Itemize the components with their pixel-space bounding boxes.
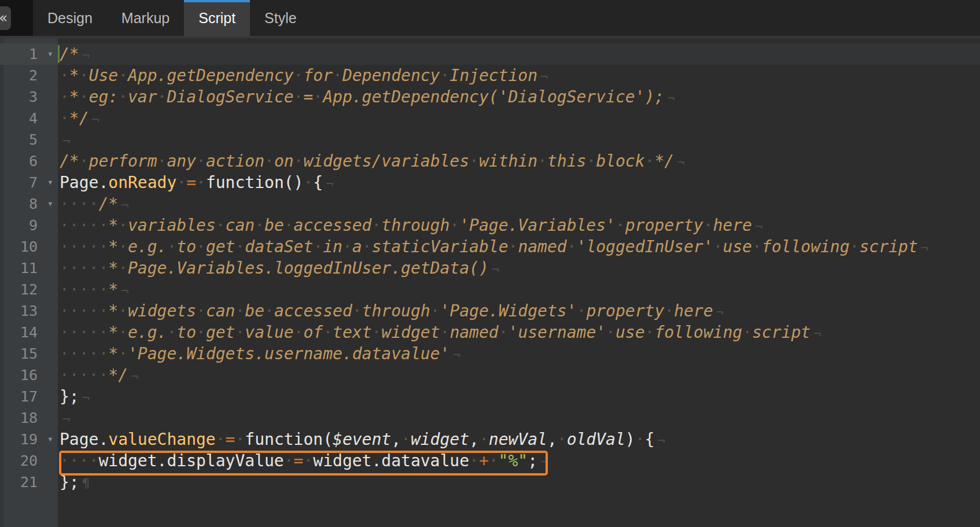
code-line[interactable]: ·····*·Page.Variables.loggedInUser.getDa… [58, 257, 980, 279]
whitespace-dots: · [118, 87, 128, 106]
whitespace-dots: · [294, 87, 304, 106]
tab-script[interactable]: Script [184, 0, 250, 36]
gutter-cell: 12 [0, 279, 58, 300]
code-line-row: 8▼····/*¬ [0, 193, 980, 215]
code-line[interactable]: ·····*¬ [58, 279, 980, 300]
code-line[interactable]: /*·perform·any·action·on·widgets/variabl… [58, 150, 980, 172]
whitespace-dots: · [371, 216, 381, 235]
code-line[interactable]: ·····*/¬ [58, 364, 980, 386]
code-token: 'Page.Variables' [459, 216, 616, 235]
code-token: /* [60, 152, 79, 171]
code-token: block [596, 152, 644, 171]
whitespace-dots: · [372, 323, 382, 342]
whitespace-dots: · [284, 451, 294, 470]
code-line[interactable]: ·····*·variables·can·be·accessed·through… [58, 215, 980, 236]
code-line[interactable]: ·*·Use·App.getDependency·for·Dependency·… [58, 65, 980, 86]
fold-arrow-icon[interactable]: ▼ [48, 172, 52, 193]
code-line[interactable]: Page.valueChange·=·function($event,·widg… [58, 429, 980, 450]
code-token: to [176, 323, 196, 342]
code-token: , [391, 430, 401, 449]
code-line[interactable]: ·····*·e.g.·to·get·value·of·text·widget·… [58, 322, 980, 343]
code-line-row: 18¬ [0, 407, 980, 429]
line-number: 7 [29, 172, 38, 193]
code-token: use [723, 237, 752, 256]
gutter-cell: 18 [0, 407, 58, 429]
whitespace-dots: · [176, 173, 186, 192]
collapse-panel-button[interactable]: « [0, 6, 11, 30]
gutter-cell: 6 [0, 150, 58, 172]
gutter-cell: 19▼ [0, 429, 58, 450]
whitespace-dots: · [567, 237, 577, 256]
code-line[interactable]: ·*·eg:·var·DialogService·=·App.getDepend… [58, 86, 980, 108]
gutter-cell: 2 [0, 65, 58, 86]
newline-mark: ¬ [492, 262, 499, 277]
code-line[interactable]: Page.onReady·=·function()·{¬ [58, 172, 980, 193]
code-token: */ [654, 152, 674, 171]
code-token: e.g. [128, 237, 167, 256]
code-line[interactable]: ····widget.displayValue·=·widget.dataval… [58, 450, 980, 471]
whitespace-dots: · [167, 237, 176, 256]
whitespace-dots: · [509, 237, 518, 256]
whitespace-dots: · [216, 430, 226, 449]
code-token: Dependency [342, 66, 440, 85]
code-line[interactable]: };¶ [58, 471, 980, 493]
fold-arrow-icon[interactable]: ▼ [48, 193, 52, 215]
tab-markup[interactable]: Markup [107, 0, 184, 36]
code-token: App.getDependency('DialogService'); [323, 87, 664, 106]
code-token: get [206, 237, 235, 256]
code-line[interactable]: ·····*·widgets·can·be·accessed·through·'… [58, 300, 980, 322]
code-line[interactable]: ¬ [58, 129, 980, 150]
code-line[interactable]: ¬ [58, 407, 980, 429]
whitespace-dots: · [118, 259, 128, 278]
code-line[interactable]: /*¬ [58, 43, 980, 65]
tab-style[interactable]: Style [250, 0, 311, 36]
fold-arrow-icon[interactable]: ▼ [48, 43, 52, 65]
code-token: * [108, 280, 118, 299]
whitespace-dots: · [216, 216, 226, 235]
line-number: 5 [29, 129, 38, 150]
line-number: 11 [20, 257, 38, 279]
code-token: ) [625, 430, 635, 449]
gutter-cell: 17 [0, 386, 58, 407]
gutter-cell: 4 [0, 108, 58, 129]
whitespace-dots: ····· [60, 216, 108, 235]
code-token: = [303, 87, 313, 106]
code-line[interactable]: ····/*¬ [58, 193, 980, 215]
fold-arrow-icon[interactable]: ▼ [48, 429, 52, 450]
tab-design[interactable]: Design [33, 0, 107, 36]
line-number: 8 [29, 193, 38, 215]
whitespace-dots: · [303, 451, 313, 470]
whitespace-dots: · [645, 152, 655, 171]
code-line[interactable]: ·····*·e.g.·to·get·dataSet·in·a·staticVa… [58, 236, 980, 257]
whitespace-dots: · [401, 430, 411, 449]
whitespace-dots: · [635, 430, 645, 449]
gutter-cell: 10 [0, 236, 58, 257]
whitespace-dots: · [196, 301, 206, 320]
code-token: function( [245, 430, 333, 449]
code-token: $event [333, 430, 391, 449]
code-line[interactable]: };¬ [58, 386, 980, 407]
newline-mark: ¬ [657, 433, 665, 448]
newline-mark: ¬ [716, 305, 724, 319]
whitespace-dots: · [664, 301, 674, 320]
code-line[interactable]: ·····*·'Page.Widgets.username.datavalue'… [58, 343, 980, 364]
whitespace-dots: · [742, 323, 752, 342]
code-token: { [313, 173, 323, 192]
code-token: Page.Variables.loggedInUser.getData() [128, 259, 489, 278]
script-editor[interactable]: 1▼/*¬2·*·Use·App.getDependency·for·Depen… [0, 36, 980, 527]
code-token: here [713, 216, 752, 235]
code-token: in [323, 237, 342, 256]
whitespace-dots: · [850, 237, 860, 256]
code-token: value [245, 323, 293, 342]
whitespace-dots: · [118, 66, 128, 85]
line-number: 15 [20, 343, 38, 364]
code-token: use [616, 323, 645, 342]
code-line[interactable]: ·*/¬ [58, 108, 980, 129]
newline-mark: ¬ [131, 369, 138, 384]
whitespace-dots: · [118, 323, 128, 342]
code-line-row: 9·····*·variables·can·be·accessed·throug… [0, 215, 980, 236]
gutter-cell: 15 [0, 343, 58, 364]
code-token: = [186, 173, 196, 192]
whitespace-dots: · [264, 301, 274, 320]
whitespace-dots: · [352, 301, 362, 320]
